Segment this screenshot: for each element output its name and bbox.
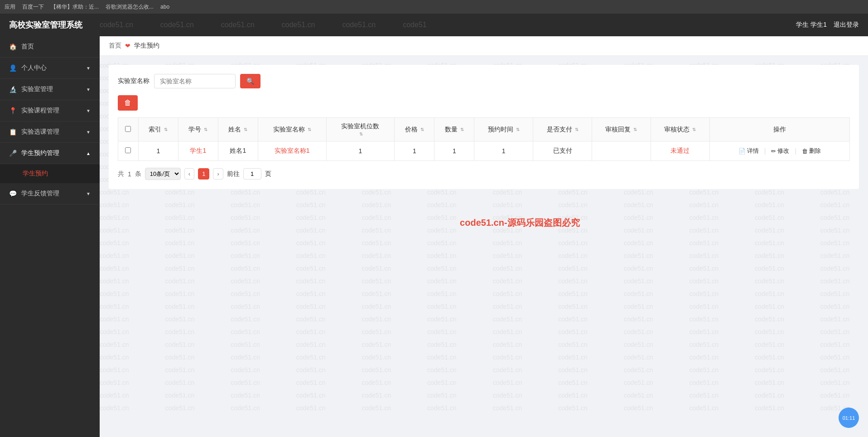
sort-icon[interactable]: ⇅	[308, 127, 311, 132]
sidebar-item-lab-mgmt[interactable]: 🔬 实验室管理 ▼	[0, 79, 100, 100]
col-price-label: 价格	[405, 126, 418, 134]
lab-icon: 🔬	[9, 86, 17, 93]
browser-tab[interactable]: 【稀华】求助：近...	[51, 3, 99, 11]
sort-icon[interactable]: ⇅	[516, 127, 520, 132]
sort-icon[interactable]: ⇅	[420, 127, 424, 132]
heart-icon: ❤	[125, 42, 130, 49]
logout-button[interactable]: 退出登录	[834, 21, 859, 29]
col-reserve-time-label: 预约时间	[488, 126, 513, 134]
watermark-text: code51	[403, 21, 427, 29]
total-label: 共	[118, 170, 124, 178]
status-badge: 未通过	[670, 147, 690, 154]
sidebar: 🏠 首页 👤 个人中心 ▼ 🔬 实验室管理 ▼ �	[0, 36, 100, 437]
col-index-label: 索引	[149, 126, 161, 134]
browser-tab[interactable]: 应用	[5, 3, 15, 11]
cell-review-reply	[592, 141, 651, 161]
browser-tab[interactable]: 百度一下	[22, 3, 44, 11]
sort-icon[interactable]: ⇅	[633, 127, 637, 132]
browser-tab[interactable]: 谷歌浏览器怎么收...	[106, 3, 154, 11]
watermark-text: code51.cn	[160, 21, 194, 29]
goto-page-input[interactable]	[243, 168, 261, 180]
cell-lab-name: 实验室名称1	[258, 141, 326, 161]
cell-action: 📄 详情 | ✏ 修改 |	[709, 141, 849, 161]
col-name-label: 姓名	[228, 126, 241, 134]
cell-index: 1	[138, 141, 178, 161]
sidebar-subitem-student-reservation[interactable]: 学生预约	[0, 164, 100, 183]
col-reserve-time: 预约时间⇅	[474, 118, 533, 141]
col-capacity-label: 实验室机位数	[341, 122, 379, 131]
content-card: 实验室名称 🔍 🗑 索引⇅	[109, 65, 859, 189]
col-student-id-label: 学号	[188, 126, 201, 134]
watermark-text: code51.cn	[282, 21, 315, 29]
sort-icon[interactable]: ⇅	[244, 127, 247, 132]
row-checkbox[interactable]	[125, 147, 131, 153]
home-icon: 🏠	[9, 43, 17, 50]
sort-icon[interactable]: ⇅	[204, 127, 207, 132]
student-id-link[interactable]: 学生1	[190, 147, 206, 154]
lab-name-input[interactable]	[154, 74, 236, 88]
app-container: 高校实验室管理系统 code51.cn code51.cn code51.cn …	[0, 14, 868, 437]
sidebar-item-feedback-mgmt[interactable]: 💬 学生反馈管理 ▼	[0, 183, 100, 204]
col-lab-name-label: 实验室名称	[273, 126, 305, 134]
next-page-button[interactable]: ›	[213, 168, 223, 180]
sidebar-item-label: 学生反馈管理	[21, 189, 59, 198]
cell-price: 1	[395, 141, 434, 161]
col-review-status: 审核状态⇅	[651, 118, 709, 141]
sidebar-item-selection-mgmt[interactable]: 📋 实验选课管理 ▼	[0, 121, 100, 143]
copyright-notice: code51.cn-源码乐园盗图必究	[460, 217, 579, 229]
sidebar-item-reservation-mgmt[interactable]: 🎤 学生预约管理 ▲	[0, 143, 100, 164]
main-content: code51.cncode51.cncode51.cncode51.cncode…	[100, 36, 868, 437]
lab-name-link[interactable]: 实验室名称1	[275, 147, 310, 154]
browser-tab[interactable]: abo	[160, 4, 169, 10]
sort-icon[interactable]: ⇅	[460, 127, 464, 132]
col-review-status-label: 审核状态	[664, 126, 690, 134]
sidebar-item-personal[interactable]: 👤 个人中心 ▼	[0, 58, 100, 79]
sidebar-item-label: 实验室管理	[21, 85, 53, 93]
chevron-down-icon: ▼	[86, 66, 91, 71]
sort-icon[interactable]: ⇅	[359, 131, 363, 136]
col-checkbox	[118, 118, 139, 141]
user-label: 学生 学生1	[796, 21, 827, 29]
total-count: 1	[128, 170, 131, 178]
sort-icon[interactable]: ⇅	[575, 127, 579, 132]
prev-page-button[interactable]: ‹	[184, 168, 194, 180]
header-watermark: code51.cn code51.cn code51.cn code51.cn …	[100, 14, 732, 36]
cell-quantity: 1	[434, 141, 474, 161]
clock: 01:11	[839, 408, 859, 428]
col-student-id: 学号⇅	[178, 118, 218, 141]
detail-label: 详情	[747, 147, 759, 155]
edit-button[interactable]: ✏ 修改	[769, 146, 791, 156]
cell-name: 姓名1	[218, 141, 258, 161]
col-lab-name: 实验室名称⇅	[258, 118, 326, 141]
col-capacity: 实验室机位数 ⇅	[326, 118, 395, 141]
page-1-button[interactable]: 1	[198, 168, 209, 180]
sidebar-item-label: 实验选课管理	[21, 128, 59, 136]
breadcrumb-home[interactable]: 首页	[109, 42, 121, 50]
select-all-checkbox[interactable]	[125, 126, 131, 132]
chevron-down-icon: ▼	[86, 191, 91, 196]
chevron-up-icon: ▲	[86, 151, 91, 156]
search-button[interactable]: 🔍	[240, 74, 260, 88]
cell-capacity: 1	[326, 141, 395, 161]
sort-icon[interactable]: ⇅	[164, 127, 168, 132]
filter-lab-label: 实验室名称	[118, 77, 149, 85]
data-table: 索引⇅ 学号⇅ 姓名⇅ 实验室名称⇅	[118, 117, 850, 161]
sidebar-item-label: 学生预约管理	[21, 149, 59, 157]
header: 高校实验室管理系统 code51.cn code51.cn code51.cn …	[0, 14, 868, 36]
col-action: 操作	[709, 118, 849, 141]
cell-checkbox	[118, 141, 139, 161]
chevron-down-icon: ▼	[86, 87, 91, 92]
row-delete-button[interactable]: 🗑 删除	[800, 146, 823, 156]
sidebar-item-course-mgmt[interactable]: 📍 实验课程管理 ▼	[0, 100, 100, 121]
clock-time: 01:11	[843, 415, 855, 421]
col-price: 价格⇅	[395, 118, 434, 141]
detail-button[interactable]: 📄 详情	[737, 146, 761, 156]
mic-icon: 🎤	[9, 150, 17, 157]
sidebar-item-home[interactable]: 🏠 首页	[0, 36, 100, 58]
trash-icon: 🗑	[802, 148, 808, 155]
sort-icon[interactable]: ⇅	[692, 127, 696, 132]
page-size-select[interactable]: 10条/页 20条/页 50条/页	[145, 168, 181, 180]
batch-delete-button[interactable]: 🗑	[118, 95, 138, 111]
breadcrumb: 首页 ❤ 学生预约	[100, 36, 868, 56]
sidebar-item-label: 实验课程管理	[21, 107, 59, 115]
